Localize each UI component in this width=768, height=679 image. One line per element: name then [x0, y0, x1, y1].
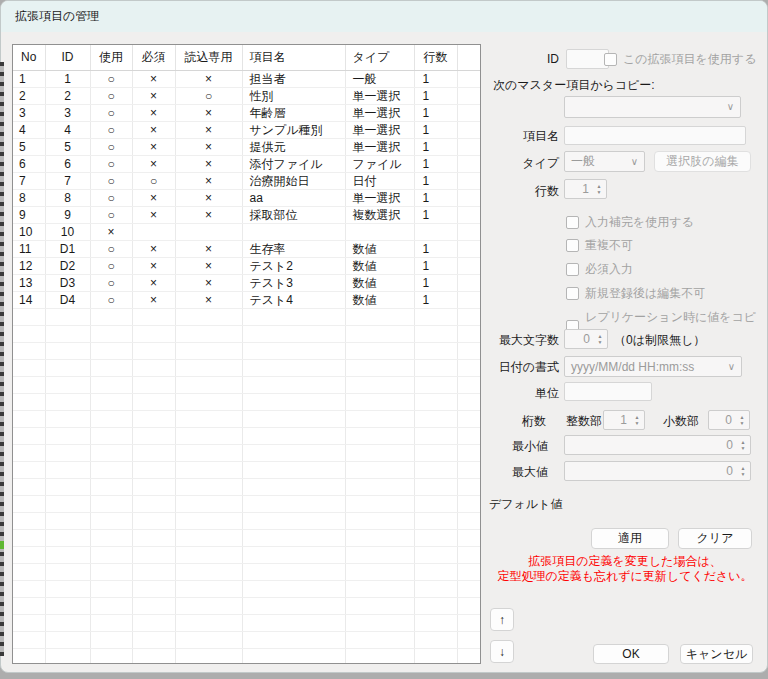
required-input-checkbox[interactable]: 必須入力: [566, 261, 633, 278]
table-row[interactable]: 12D2○××テスト2数値1: [13, 257, 480, 274]
spinner-up-icon[interactable]: ▲: [598, 334, 603, 339]
table-row[interactable]: 13D3○××テスト3数値1: [13, 274, 480, 291]
chevron-down-icon: ∨: [631, 157, 638, 167]
apply-button[interactable]: 適用: [591, 528, 669, 549]
chevron-down-icon: ∨: [728, 362, 735, 372]
edit-choices-button[interactable]: 選択肢の編集: [654, 151, 751, 172]
spinner-down-icon[interactable]: ▼: [635, 421, 640, 426]
col-header-row-count[interactable]: 行数: [414, 45, 457, 70]
master-item-combobox[interactable]: ∨: [564, 96, 741, 118]
col-header-use[interactable]: 使用: [90, 45, 132, 70]
col-header-no[interactable]: No: [13, 45, 45, 70]
col-header-readonly[interactable]: 読込専用: [175, 45, 242, 70]
table-empty-row[interactable]: [13, 614, 480, 631]
max-value-stepper[interactable]: 0 ▲▼: [564, 461, 751, 481]
spinner-down-icon[interactable]: ▼: [740, 421, 745, 426]
table-row[interactable]: 55○××提供元単一選択1: [13, 138, 480, 155]
table-empty-row[interactable]: [13, 580, 480, 597]
use-this-item-checkbox[interactable]: この拡張項目を使用する: [604, 51, 756, 68]
clear-button[interactable]: クリア: [678, 528, 752, 549]
spinner-down-icon[interactable]: ▼: [741, 472, 746, 477]
table-empty-row[interactable]: [13, 376, 480, 393]
ok-button[interactable]: OK: [593, 644, 669, 664]
table-row[interactable]: 22○×○性別単一選択1: [13, 87, 480, 104]
background-artifact: [0, 541, 4, 549]
col-header-item-name[interactable]: 項目名: [242, 45, 345, 70]
checkbox-icon: [604, 53, 617, 66]
dialog-title: 拡張項目の管理: [15, 8, 99, 25]
warning-message: 拡張項目の定義を変更した場合は、 定型処理の定義も忘れずに更新してください。: [481, 554, 768, 584]
table-row[interactable]: 99○××採取部位複数選択1: [13, 206, 480, 223]
date-format-combobox[interactable]: yyyy/MM/dd HH:mm:ss ∨: [564, 356, 742, 377]
max-value-label: 最大値: [473, 465, 548, 479]
table-empty-row[interactable]: [13, 648, 480, 664]
table-empty-row[interactable]: [13, 461, 480, 478]
no-duplicates-checkbox[interactable]: 重複不可: [566, 237, 633, 254]
table-empty-row[interactable]: [13, 444, 480, 461]
spinner-up-icon[interactable]: ▲: [741, 466, 746, 471]
table-empty-row[interactable]: [13, 308, 480, 325]
table-empty-row[interactable]: [13, 512, 480, 529]
unit-label: 単位: [484, 386, 559, 400]
table-empty-row[interactable]: [13, 410, 480, 427]
spinner-up-icon[interactable]: ▲: [597, 184, 602, 189]
col-header-filler: [457, 45, 480, 70]
table-row[interactable]: 44○××サンプル種別単一選択1: [13, 121, 480, 138]
table-row[interactable]: 77○○×治療開始日日付1: [13, 172, 480, 189]
table-empty-row[interactable]: [13, 325, 480, 342]
spinner-down-icon[interactable]: ▼: [598, 340, 603, 345]
id-input[interactable]: [566, 49, 609, 69]
table-empty-row[interactable]: [13, 478, 480, 495]
title-bar: 拡張項目の管理: [1, 1, 767, 32]
spinner-up-icon[interactable]: ▲: [635, 415, 640, 420]
max-chars-hint: （0は制限無し）: [614, 333, 705, 347]
spinner-up-icon[interactable]: ▲: [741, 440, 746, 445]
decimal-part-stepper[interactable]: 0 ▲▼: [708, 410, 750, 430]
no-edit-after-register-checkbox[interactable]: 新規登録後は編集不可: [566, 285, 705, 302]
spinner-down-icon[interactable]: ▼: [597, 190, 602, 195]
date-format-label: 日付の書式: [484, 360, 559, 374]
table-empty-row[interactable]: [13, 563, 480, 580]
table-row[interactable]: 14D4○××テスト4数値1: [13, 291, 480, 308]
col-header-required[interactable]: 必須: [132, 45, 175, 70]
cancel-button[interactable]: キャンセル: [680, 644, 753, 664]
integer-part-stepper[interactable]: 1 ▲▼: [603, 410, 645, 430]
table-empty-row[interactable]: [13, 597, 480, 614]
autocomplete-checkbox[interactable]: 入力補完を使用する: [566, 214, 694, 231]
table-empty-row[interactable]: [13, 393, 480, 410]
row-count-label: 行数: [484, 184, 559, 198]
col-header-type[interactable]: タイプ: [345, 45, 414, 70]
arrow-down-icon: ↓: [499, 645, 505, 659]
move-up-button[interactable]: ↑: [490, 608, 514, 631]
checkbox-icon: [566, 263, 579, 276]
table-empty-row[interactable]: [13, 631, 480, 648]
id-label: ID: [484, 52, 559, 66]
table-row[interactable]: 1010×: [13, 223, 480, 240]
arrow-up-icon: ↑: [499, 613, 505, 627]
table-row[interactable]: 11○××担当者一般1: [13, 70, 480, 87]
min-value-stepper[interactable]: 0 ▲▼: [564, 435, 751, 455]
table-empty-row[interactable]: [13, 427, 480, 444]
unit-input[interactable]: [564, 382, 652, 401]
table-empty-row[interactable]: [13, 495, 480, 512]
extended-items-table: No ID 使用 必須 読込専用 項目名 タイプ 行数 11○××担当者一般12…: [12, 44, 481, 664]
table-empty-row[interactable]: [13, 359, 480, 376]
col-header-id[interactable]: ID: [45, 45, 90, 70]
table-empty-row[interactable]: [13, 342, 480, 359]
max-chars-stepper[interactable]: 0 ▲▼: [564, 329, 608, 349]
row-count-stepper[interactable]: 1 ▲▼: [564, 179, 607, 199]
type-combobox[interactable]: 一般 ∨: [564, 151, 645, 172]
min-value-label: 最小値: [473, 439, 548, 453]
table-row[interactable]: 66○××添付ファイルファイル1: [13, 155, 480, 172]
table-empty-row[interactable]: [13, 529, 480, 546]
copy-from-master-label: 次のマスター項目からコピー:: [493, 78, 655, 92]
spinner-up-icon[interactable]: ▲: [740, 415, 745, 420]
table-empty-row[interactable]: [13, 546, 480, 563]
spinner-down-icon[interactable]: ▼: [741, 446, 746, 451]
move-down-button[interactable]: ↓: [490, 640, 514, 663]
table-row[interactable]: 33○××年齢層単一選択1: [13, 104, 480, 121]
item-name-input[interactable]: [564, 126, 746, 145]
table-row[interactable]: 88○××aa単一選択1: [13, 189, 480, 206]
table-row[interactable]: 11D1○××生存率数値1: [13, 240, 480, 257]
use-this-item-label: この拡張項目を使用する: [623, 51, 756, 68]
